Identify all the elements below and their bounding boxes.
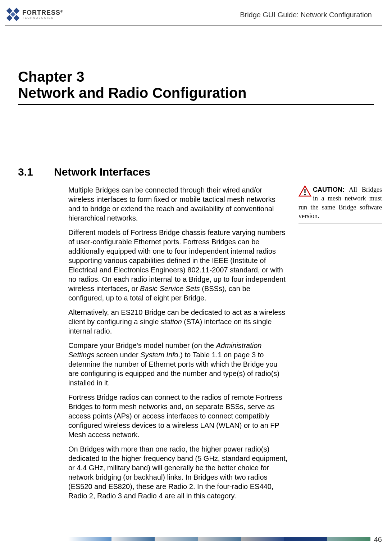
paragraph-6: On Bridges with more than one radio, the… — [68, 444, 288, 501]
paragraph-1: Multiple Bridges can be connected throug… — [68, 185, 288, 223]
main-column: Multiple Bridges can be connected throug… — [68, 185, 288, 506]
footer-segment — [284, 537, 327, 541]
header-guide-title: Bridge GUI Guide: Network Configuration — [240, 11, 372, 19]
logo-text: FORTRESS® TECHNOLOGIES — [22, 9, 63, 19]
svg-rect-0 — [13, 8, 19, 14]
page-header: FORTRESS® TECHNOLOGIES Bridge GUI Guide:… — [5, 0, 382, 26]
footer-segment — [327, 537, 370, 541]
paragraph-2: Different models of Fortress Bridge chas… — [68, 228, 288, 303]
caution-icon — [298, 185, 311, 197]
fortress-logo-icon — [5, 6, 21, 22]
footer-decorative-bar — [68, 537, 370, 541]
paragraph-5: Fortress Bridge radios can connect to th… — [68, 393, 288, 439]
paragraph-3: Alternatively, an ES210 Bridge can be de… — [68, 308, 288, 336]
logo: FORTRESS® TECHNOLOGIES — [5, 6, 63, 22]
caution-note: CAUTION: All Bridges in a mesh network m… — [298, 185, 382, 223]
chapter-name: Network and Radio Configuration — [18, 85, 374, 101]
page-number: 46 — [374, 535, 382, 544]
footer-segment — [68, 537, 111, 541]
footer-segment — [198, 537, 241, 541]
logo-main-text: FORTRESS — [22, 9, 60, 16]
footer-segment — [155, 537, 198, 541]
svg-rect-2 — [6, 8, 13, 14]
section-heading: 3.1Network Interfaces — [18, 166, 392, 178]
section-number: 3.1 — [18, 166, 54, 178]
section-title: Network Interfaces — [54, 166, 150, 178]
side-column: CAUTION: All Bridges in a mesh network m… — [298, 185, 382, 506]
logo-registered: ® — [60, 10, 63, 13]
svg-rect-3 — [13, 15, 19, 21]
footer-segment — [111, 537, 155, 541]
logo-sub-text: TECHNOLOGIES — [22, 16, 63, 19]
content-area: Multiple Bridges can be connected throug… — [68, 185, 382, 506]
caution-label: CAUTION: — [313, 186, 345, 193]
chapter-title: Chapter 3 Network and Radio Configuratio… — [18, 69, 374, 105]
footer-segment — [241, 537, 284, 541]
svg-rect-4 — [10, 12, 15, 17]
chapter-number: Chapter 3 — [18, 69, 374, 85]
svg-point-6 — [304, 194, 306, 195]
svg-rect-1 — [6, 15, 13, 21]
paragraph-4: Compare your Bridge's model number (on t… — [68, 341, 288, 388]
